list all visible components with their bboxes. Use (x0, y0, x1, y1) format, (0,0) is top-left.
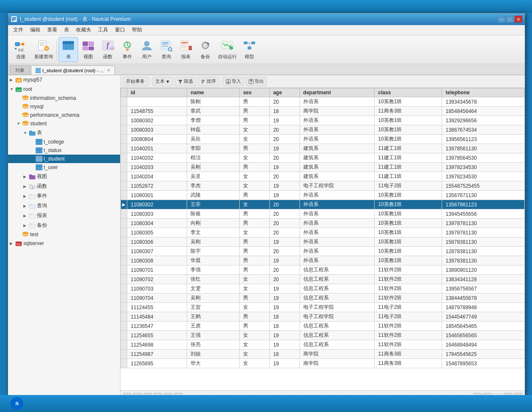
cell-id[interactable]: 11052872 (127, 181, 187, 191)
cell-age[interactable]: 19 (269, 116, 300, 125)
cell-name[interactable]: 刘姐 (187, 350, 240, 359)
toolbar-function[interactable]: f (x) 函数 (98, 37, 117, 62)
cell-class[interactable]: 11软件2班 (375, 293, 442, 303)
cell-id[interactable]: 10080302 (127, 116, 187, 125)
table-row[interactable]: 11080305李文女20外语系10英教1班13978781130 (121, 228, 525, 237)
cell-name[interactable]: 陈宇 (187, 247, 240, 256)
table-row[interactable]: 11080301武陵男19外语系10英教1班13567671130 (121, 191, 525, 200)
cell-name[interactable]: 钟磊 (187, 125, 240, 135)
cell-name[interactable]: 李强 (187, 265, 240, 275)
cell-name[interactable]: 王贺 (187, 303, 240, 312)
cell-class[interactable]: 10英教1班 (375, 116, 442, 125)
cell-sex[interactable]: 女 (240, 284, 270, 293)
cell-name[interactable]: 李阳 (187, 144, 240, 153)
table-row[interactable]: 11236547王虎男18信息工程系11软件2班18545645465 (121, 322, 525, 331)
cell-sex[interactable]: 女 (240, 350, 270, 359)
cell-age[interactable]: 19 (269, 181, 300, 191)
cell-class[interactable]: 11软件2班 (375, 331, 442, 340)
table-row[interactable]: 10080804吴欣女20外语系10英教1班13956561123 (121, 135, 525, 144)
cell-class[interactable]: 11软件2班 (375, 275, 442, 284)
table-row[interactable]: 11080306吴刚男19外语系10英教1班15878381130 (121, 237, 525, 247)
cell-name[interactable]: 张亮 (187, 340, 240, 350)
cell-id[interactable]: 11040201 (127, 144, 187, 153)
cell-name[interactable]: 李文 (187, 228, 240, 237)
cell-sex[interactable]: 男 (240, 237, 270, 247)
table-row[interactable]: 11090702张红女20信息工程系11软件2班13834341128 (121, 275, 525, 284)
toolbar-backup[interactable]: 备份 (196, 37, 215, 62)
sidebar-item-t-user[interactable]: t_user (8, 163, 120, 172)
cell-sex[interactable]: 女 (240, 153, 270, 163)
cell-age[interactable]: 20 (269, 219, 300, 228)
cell-sex[interactable]: 男 (240, 322, 270, 331)
cell-telephone[interactable]: 13978234530 (442, 163, 525, 172)
cell-age[interactable]: 18 (269, 322, 300, 331)
cell-name[interactable]: 文雯 (187, 284, 240, 293)
sidebar-item-reports-folder[interactable]: ▶ 报表 (8, 211, 120, 220)
cell-department[interactable]: 信息工程系 (300, 284, 375, 293)
close-btn[interactable]: ✕ (515, 16, 522, 23)
cell-id[interactable]: 11080306 (127, 237, 187, 247)
cell-name[interactable]: 吴刚 (187, 163, 240, 172)
menu-window[interactable]: 窗口 (112, 25, 129, 34)
cell-class[interactable]: 11软件2班 (375, 284, 442, 293)
cell-id[interactable]: 11124455 (127, 303, 187, 312)
cell-age[interactable]: 19 (269, 163, 300, 172)
cell-class[interactable]: 11电子2班 (375, 312, 442, 322)
cell-department[interactable]: 外语系 (300, 191, 375, 200)
cell-department[interactable]: 信息工程系 (300, 275, 375, 284)
cell-telephone[interactable]: 13929296656 (442, 116, 525, 125)
cell-age[interactable]: 20 (269, 265, 300, 275)
cell-sex[interactable]: 男 (240, 247, 270, 256)
cell-department[interactable]: 建筑系 (300, 153, 375, 163)
cell-telephone[interactable]: 12878381130 (442, 247, 525, 256)
cell-name[interactable]: 章武 (187, 107, 240, 116)
cell-sex[interactable]: 女 (240, 125, 270, 135)
cell-age[interactable]: 18 (269, 107, 300, 116)
cell-id[interactable]: 11254698 (127, 340, 187, 350)
cell-age[interactable]: 18 (269, 350, 300, 359)
cell-name[interactable]: 吴灵 (187, 172, 240, 181)
table-row[interactable]: ▶11080302王菲女20外语系10英教1班13567981123 (121, 200, 525, 209)
cell-name[interactable]: 华晨 (187, 256, 240, 265)
sidebar-item-events-folder[interactable]: ▶ 事件 (8, 191, 120, 201)
cell-department[interactable]: 外语系 (300, 237, 375, 247)
sidebar-item-mysql57[interactable]: ▶ DB mysql57 (8, 75, 120, 85)
cell-class[interactable]: 10英教1班 (375, 219, 442, 228)
cell-age[interactable]: 20 (269, 200, 300, 209)
cell-department[interactable]: 电子工程学院 (300, 303, 375, 312)
cell-class[interactable]: 10英教1班 (375, 135, 442, 144)
cell-sex[interactable]: 男 (240, 209, 270, 219)
cell-age[interactable]: 19 (269, 303, 300, 312)
cell-id[interactable]: 10080303 (127, 125, 187, 135)
cell-age[interactable]: 20 (269, 247, 300, 256)
table-row[interactable]: 11080307陈宇男20外语系10英教1班12878381130 (121, 247, 525, 256)
cell-sex[interactable]: 女 (240, 200, 270, 209)
cell-name[interactable]: 吴刚 (187, 237, 240, 247)
cell-sex[interactable]: 女 (240, 228, 270, 237)
cell-class[interactable]: 10英教1班 (375, 191, 442, 200)
cell-age[interactable]: 20 (269, 275, 300, 284)
cell-telephone[interactable]: 17845545625 (442, 350, 525, 359)
cell-name[interactable]: 武陵 (187, 191, 240, 200)
cell-id[interactable]: 11080305 (127, 228, 187, 237)
table-row[interactable]: 11080308华晨男19外语系10英教1班13978381130 (121, 256, 525, 265)
cell-department[interactable]: 外语系 (300, 219, 375, 228)
sidebar-item-sqlserver[interactable]: ▶ SQL sqlserver (8, 239, 120, 248)
cell-class[interactable]: 11软件2班 (375, 265, 442, 275)
cell-age[interactable]: 19 (269, 237, 300, 247)
cell-department[interactable]: 信息工程系 (300, 340, 375, 350)
cell-telephone[interactable]: 15487895653 (442, 359, 525, 368)
cell-id[interactable]: 11080307 (127, 247, 187, 256)
cell-department[interactable]: 信息工程系 (300, 265, 375, 275)
cell-telephone[interactable]: 14879789948 (442, 303, 525, 312)
cell-sex[interactable]: 女 (240, 181, 270, 191)
cell-sex[interactable]: 女 (240, 359, 270, 368)
cell-id[interactable]: 11145484 (127, 312, 187, 322)
table-row[interactable]: 11254698张亮女19信息工程系11软件2班16468948494 (121, 340, 525, 350)
import-btn[interactable]: 导入 (223, 77, 244, 86)
toolbar-model[interactable]: 模型 (240, 37, 259, 62)
cell-class[interactable]: 10英教1班 (375, 125, 442, 135)
cell-sex[interactable]: 男 (240, 256, 270, 265)
cell-sex[interactable]: 男 (240, 144, 270, 153)
cell-telephone[interactable]: 13934345678 (442, 97, 525, 107)
